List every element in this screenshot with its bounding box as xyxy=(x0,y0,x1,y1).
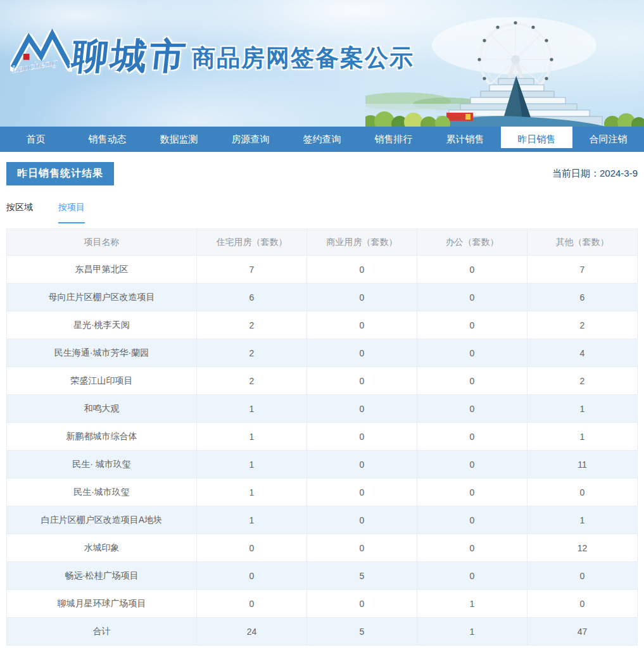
column-header: 办公（套数） xyxy=(417,229,527,256)
value-cell: 0 xyxy=(417,311,527,339)
section-title-badge: 昨日销售统计结果 xyxy=(6,162,114,185)
nav-item-3[interactable]: 房源查询 xyxy=(215,127,286,152)
value-cell: 0 xyxy=(417,423,527,451)
value-cell: 2 xyxy=(197,339,307,367)
table-row: 民生海通·城市芳华·蘭园2004 xyxy=(7,339,638,367)
value-cell: 1 xyxy=(417,590,527,618)
value-cell: 0 xyxy=(307,395,417,423)
value-cell: 0 xyxy=(417,506,527,534)
value-cell: 0 xyxy=(417,339,527,367)
nav-item-5[interactable]: 销售排行 xyxy=(358,127,429,152)
table-row: 母向庄片区棚户区改造项目6006 xyxy=(7,284,638,311)
table-row: 水城印象00012 xyxy=(7,534,638,562)
value-cell: 11 xyxy=(527,451,638,478)
value-cell: 1 xyxy=(197,506,307,534)
page-root: liaocheng 聊城市 商品房网签备案公示 首页销售动态数据监测房源查询签约… xyxy=(0,0,644,646)
value-cell: 0 xyxy=(527,478,638,506)
site-banner: liaocheng 聊城市 商品房网签备案公示 xyxy=(0,0,644,127)
view-subtabs: 按区域按项目 xyxy=(6,202,638,223)
subtab-1[interactable]: 按项目 xyxy=(58,202,85,223)
value-cell: 0 xyxy=(197,534,307,562)
value-cell: 0 xyxy=(307,367,417,395)
nav-item-4[interactable]: 签约查询 xyxy=(286,127,358,152)
nav-item-1[interactable]: 销售动态 xyxy=(72,127,143,152)
value-cell: 4 xyxy=(527,339,638,367)
value-cell: 1 xyxy=(527,395,638,423)
value-cell: 0 xyxy=(307,534,417,562)
table-row: 东昌甲第北区7007 xyxy=(7,256,638,284)
value-cell: 0 xyxy=(417,562,527,590)
project-name-cell: 民生· 城市玖玺 xyxy=(7,451,197,478)
value-cell: 0 xyxy=(307,339,417,367)
current-date: 当前日期：2024-3-9 xyxy=(552,168,638,180)
value-cell: 7 xyxy=(527,256,638,284)
value-cell: 0 xyxy=(307,256,417,284)
value-cell: 7 xyxy=(197,256,307,284)
nav-item-0[interactable]: 首页 xyxy=(0,127,72,152)
table-row: 荣盛江山印项目2002 xyxy=(7,367,638,395)
project-name-cell: 母向庄片区棚户区改造项目 xyxy=(7,284,197,311)
value-cell: 0 xyxy=(417,451,527,478)
column-header: 其他（套数） xyxy=(527,229,638,256)
value-cell: 47 xyxy=(527,618,638,646)
table-row: 民生· 城市玖玺10011 xyxy=(7,451,638,478)
value-cell: 0 xyxy=(307,284,417,311)
nav-item-8[interactable]: 合同注销 xyxy=(572,127,644,152)
total-row: 合计245147 xyxy=(7,618,638,646)
content-header: 昨日销售统计结果 当前日期：2024-3-9 xyxy=(6,162,638,185)
value-cell: 0 xyxy=(417,284,527,311)
value-cell: 1 xyxy=(197,478,307,506)
project-name-cell: 白庄片区棚户区改造项目A地块 xyxy=(7,506,197,534)
column-header: 商业用房（套数） xyxy=(307,229,417,256)
value-cell: 6 xyxy=(197,284,307,311)
site-subtitle: 商品房网签备案公示 xyxy=(192,46,414,76)
value-cell: 1 xyxy=(197,395,307,423)
site-logo: liaocheng xyxy=(10,28,72,76)
project-name-cell: 星光·桃李天阅 xyxy=(7,311,197,339)
table-row: 和鸣大观1001 xyxy=(7,395,638,423)
sales-table: 项目名称住宅用房（套数）商业用房（套数）办公（套数）其他（套数） 东昌甲第北区7… xyxy=(6,228,638,646)
value-cell: 0 xyxy=(417,395,527,423)
value-cell: 0 xyxy=(417,367,527,395)
value-cell: 2 xyxy=(197,367,307,395)
project-name-cell: 和鸣大观 xyxy=(7,395,197,423)
table-row: 星光·桃李天阅2002 xyxy=(7,311,638,339)
project-name-cell: 合计 xyxy=(7,618,197,646)
main-nav: 首页销售动态数据监测房源查询签约查询销售排行累计销售昨日销售合同注销 xyxy=(0,127,644,152)
project-name-cell: 畅远·松桂广场项目 xyxy=(7,562,197,590)
value-cell: 0 xyxy=(307,311,417,339)
column-header: 项目名称 xyxy=(7,229,197,256)
value-cell: 1 xyxy=(527,423,638,451)
project-name-cell: 民生·城市玖玺 xyxy=(7,478,197,506)
content-area: 昨日销售统计结果 当前日期：2024-3-9 按区域按项目 项目名称住宅用房（套… xyxy=(0,162,644,646)
value-cell: 0 xyxy=(417,256,527,284)
value-cell: 1 xyxy=(527,506,638,534)
brand-block: liaocheng 聊城市 商品房网签备案公示 xyxy=(10,28,414,76)
project-name-cell: 新鹏都城市综合体 xyxy=(7,423,197,451)
value-cell: 0 xyxy=(527,590,638,618)
nav-item-2[interactable]: 数据监测 xyxy=(143,127,215,152)
value-cell: 0 xyxy=(307,590,417,618)
value-cell: 1 xyxy=(197,423,307,451)
table-row: 畅远·松桂广场项目0500 xyxy=(7,562,638,590)
project-name-cell: 聊城月星环球广场项目 xyxy=(7,590,197,618)
value-cell: 6 xyxy=(527,284,638,311)
table-row: 民生·城市玖玺1000 xyxy=(7,478,638,506)
nav-item-6[interactable]: 累计销售 xyxy=(429,127,501,152)
value-cell: 2 xyxy=(527,367,638,395)
value-cell: 0 xyxy=(417,534,527,562)
value-cell: 0 xyxy=(307,478,417,506)
table-row: 聊城月星环球广场项目0010 xyxy=(7,590,638,618)
value-cell: 1 xyxy=(417,618,527,646)
value-cell: 0 xyxy=(527,562,638,590)
value-cell: 5 xyxy=(307,618,417,646)
nav-item-7[interactable]: 昨日销售 xyxy=(501,123,572,148)
value-cell: 0 xyxy=(197,562,307,590)
subtab-0[interactable]: 按区域 xyxy=(6,202,33,223)
project-name-cell: 东昌甲第北区 xyxy=(7,256,197,284)
project-name-cell: 荣盛江山印项目 xyxy=(7,367,197,395)
value-cell: 2 xyxy=(527,311,638,339)
value-cell: 12 xyxy=(527,534,638,562)
value-cell: 0 xyxy=(197,590,307,618)
value-cell: 0 xyxy=(307,506,417,534)
